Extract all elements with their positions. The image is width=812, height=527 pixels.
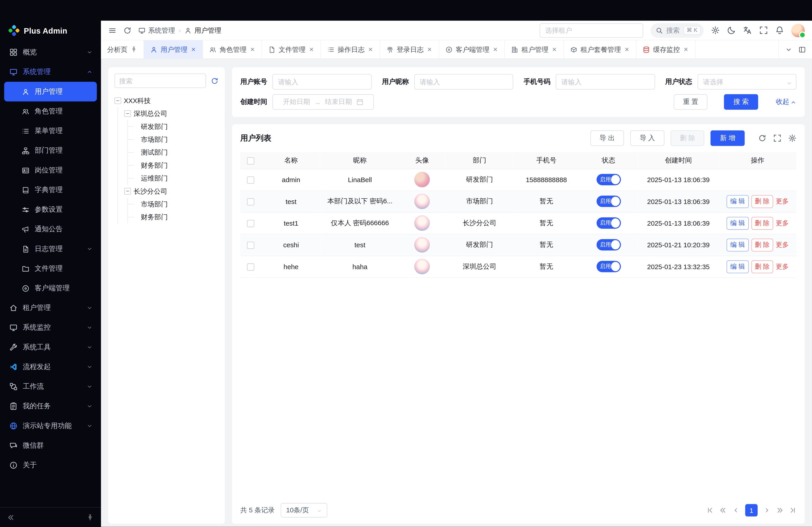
status-toggle[interactable]: 启用 [596, 261, 621, 272]
collapse-toggle-icon[interactable]: − [124, 188, 131, 195]
collapse-toggle-icon[interactable]: − [114, 97, 121, 104]
table-row[interactable]: test本部门及以下 密码6...市场部门暂无启用2025-01-13 18:0… [240, 191, 796, 212]
row-checkbox[interactable] [247, 220, 254, 227]
settings-button[interactable] [711, 26, 720, 35]
row-checkbox[interactable] [247, 242, 254, 249]
nickname-input[interactable] [414, 74, 513, 90]
sidebar-item[interactable]: 部门管理 [4, 141, 97, 160]
global-search[interactable]: 搜索 ⌘ K [650, 23, 704, 37]
sidebar-item[interactable]: 我的任务 [4, 396, 97, 416]
last-page-button[interactable] [789, 507, 796, 514]
tab-close-button[interactable] [368, 47, 373, 52]
search-button[interactable]: 搜 索 [724, 94, 758, 110]
theme-toggle-button[interactable] [727, 26, 736, 35]
row-checkbox[interactable] [247, 198, 254, 205]
more-button[interactable]: 更多 [776, 219, 788, 226]
tree-node[interactable]: 研发部门 [134, 120, 219, 133]
reset-button[interactable]: 重 置 [673, 94, 708, 110]
tab-close-button[interactable] [551, 47, 557, 52]
row-delete-button[interactable]: 删 除 [751, 238, 773, 251]
select-all-checkbox[interactable] [247, 157, 254, 164]
tree-node[interactable]: 运维部门 [134, 172, 219, 185]
tree-node[interactable]: −XXX科技 [114, 94, 218, 107]
sidebar-item[interactable]: 客户端管理 [4, 278, 97, 298]
sidebar-item[interactable]: 文件管理 [4, 259, 97, 278]
tree-search-input[interactable] [114, 74, 206, 88]
tree-node[interactable]: 市场部门 [134, 133, 219, 146]
add-button[interactable]: 新 增 [711, 131, 745, 146]
more-button[interactable]: 更多 [776, 241, 788, 248]
more-button[interactable]: 更多 [776, 197, 788, 205]
sidebar-item[interactable]: 演示站专用功能 [4, 416, 97, 436]
tenant-select[interactable] [539, 23, 643, 37]
table-row[interactable]: ceshitest研发部门暂无启用2025-01-21 10:20:39编 辑删… [240, 234, 796, 256]
first-page-button[interactable] [707, 507, 714, 514]
table-refresh-button[interactable] [758, 134, 766, 142]
tree-node[interactable]: 市场部门 [134, 198, 219, 211]
page-number-button[interactable]: 1 [745, 504, 758, 516]
table-row[interactable]: test1仅本人 密码666666长沙分公司暂无启用2025-01-13 18:… [240, 212, 796, 234]
sidebar-pin-button[interactable] [86, 514, 93, 521]
tab-close-button[interactable] [624, 47, 630, 52]
status-toggle[interactable]: 启用 [596, 196, 621, 207]
tab-item[interactable]: 角色管理 [203, 40, 262, 58]
collapse-menu-button[interactable] [108, 26, 117, 34]
sidebar-item[interactable]: 概览 [4, 42, 97, 62]
account-input[interactable] [273, 74, 372, 90]
tab-item[interactable]: 文件管理 [262, 40, 321, 58]
jump-next-button[interactable] [777, 507, 784, 514]
jump-prev-button[interactable] [719, 507, 726, 514]
status-toggle[interactable]: 启用 [596, 174, 621, 185]
phone-input[interactable] [556, 74, 655, 90]
sidebar-item[interactable]: 通知公告 [4, 219, 97, 239]
tab-item[interactable]: 客户端管理 [439, 40, 505, 58]
sidebar-item[interactable]: 流程发起 [4, 357, 97, 377]
tab-item[interactable]: 操作日志 [321, 40, 380, 58]
tree-node[interactable]: 财务部门 [134, 159, 219, 172]
sidebar-item[interactable]: 日志管理 [4, 239, 97, 259]
sidebar-item[interactable]: 系统监控 [4, 318, 97, 337]
sidebar-item[interactable]: 工作流 [4, 377, 97, 396]
status-select-input[interactable] [697, 74, 796, 90]
tree-node[interactable]: 测试部门 [134, 146, 219, 159]
export-button[interactable]: 导 出 [590, 131, 624, 146]
edit-button[interactable]: 编 辑 [726, 260, 749, 273]
edit-button[interactable]: 编 辑 [726, 238, 749, 251]
sidebar-item[interactable]: 用户管理 [4, 82, 97, 102]
sidebar-item[interactable]: 字典管理 [4, 180, 97, 200]
tree-refresh-button[interactable] [211, 77, 218, 85]
tab-item[interactable]: 租户管理 [505, 40, 564, 58]
sidebar-item[interactable]: 参数设置 [4, 200, 97, 219]
tab-item[interactable]: 分析页 [101, 40, 144, 58]
status-toggle[interactable]: 启用 [596, 217, 621, 229]
tab-item[interactable]: 租户套餐管理 [564, 40, 636, 58]
next-page-button[interactable] [763, 507, 770, 514]
edit-button[interactable]: 编 辑 [726, 216, 749, 229]
tab-close-button[interactable] [250, 47, 255, 52]
sidebar-item[interactable]: 租户管理 [4, 298, 97, 318]
sidebar-item[interactable]: 微信群 [4, 436, 97, 455]
breadcrumb-item[interactable]: 用户管理 [185, 26, 221, 35]
delete-button[interactable]: 删 除 [670, 131, 705, 146]
sidebar-item[interactable]: 岗位管理 [4, 161, 97, 180]
tab-close-button[interactable] [683, 47, 688, 52]
notifications-button[interactable] [775, 26, 784, 35]
page-size-select[interactable]: 10条/页 [281, 503, 327, 517]
row-checkbox[interactable] [247, 176, 254, 183]
table-row[interactable]: hehehaha深圳总公司暂无启用2025-01-23 13:32:35编 辑删… [240, 256, 796, 277]
collapse-filters-link[interactable]: 收起 [776, 97, 796, 107]
tab-list-dropdown-button[interactable] [785, 46, 792, 53]
tab-close-button[interactable] [308, 47, 314, 52]
sidebar-item[interactable]: 系统管理 [4, 62, 97, 82]
prev-page-button[interactable] [732, 507, 739, 514]
tab-item[interactable]: 用户管理 [144, 40, 203, 58]
more-button[interactable]: 更多 [776, 262, 788, 270]
sidebar-item[interactable]: 角色管理 [4, 102, 97, 121]
tab-item[interactable]: 登录日志 [380, 40, 439, 58]
tree-node[interactable]: −深圳总公司 [124, 107, 219, 120]
tab-item[interactable]: 缓存监控 [637, 40, 696, 58]
date-range-input[interactable]: 开始日期 → 结束日期 [273, 94, 374, 110]
row-delete-button[interactable]: 删 除 [751, 195, 773, 208]
fullscreen-button[interactable] [759, 26, 768, 35]
sidebar-item[interactable]: 菜单管理 [4, 121, 97, 141]
